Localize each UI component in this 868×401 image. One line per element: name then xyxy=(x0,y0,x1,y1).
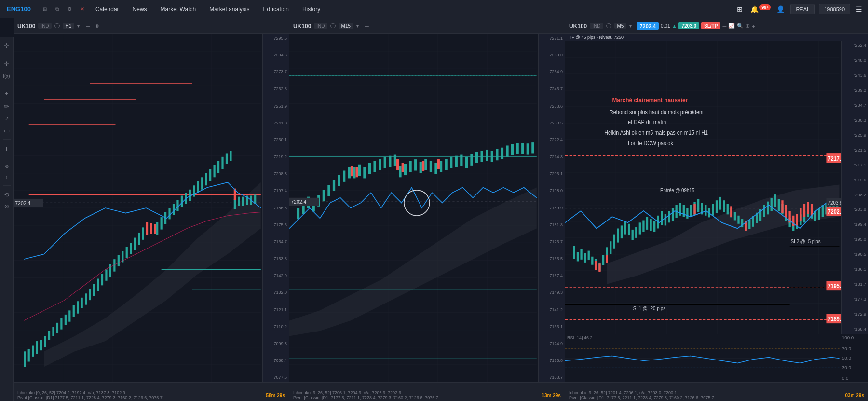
chart1-svg: 7202.4 xyxy=(14,34,289,382)
svg-rect-232 xyxy=(631,230,633,240)
svg-rect-91 xyxy=(154,224,156,234)
chart2-timeframe[interactable]: M15 xyxy=(339,23,353,29)
price-label: 7217.1 xyxy=(842,163,868,168)
svg-rect-73 xyxy=(193,185,195,196)
nav-market-watch[interactable]: Market Watch xyxy=(155,3,202,15)
chart1-info-icon[interactable]: ⓘ xyxy=(54,22,60,29)
svg-rect-291 xyxy=(606,255,608,263)
price-label: 7175.6 xyxy=(263,222,289,228)
svg-rect-75 xyxy=(201,177,203,189)
price-label: 7177.3 xyxy=(842,297,868,302)
function-icon[interactable]: f(x) xyxy=(1,72,12,80)
chart2-price-scale: 7271.1 7263.0 7254.9 7246.7 7238.6 7230.… xyxy=(538,34,565,382)
svg-rect-248 xyxy=(690,205,692,217)
svg-rect-254 xyxy=(712,204,714,215)
svg-rect-59 xyxy=(126,247,128,258)
svg-rect-260 xyxy=(734,212,736,220)
chart2-chevron[interactable]: ▾ xyxy=(356,23,359,28)
chart3-buy-button[interactable]: 7203.0 xyxy=(678,22,699,29)
layout-icon[interactable]: ⊞ xyxy=(40,5,50,13)
chart3-timeframe[interactable]: M5 xyxy=(614,23,627,29)
rect-icon[interactable]: ▭ xyxy=(1,125,12,136)
nav-news[interactable]: News xyxy=(127,3,153,15)
chart3-line-tool[interactable]: ─ xyxy=(722,23,726,29)
settings-small-icon[interactable]: ⚙ xyxy=(65,5,75,13)
price-label: 7234.7 xyxy=(842,103,868,108)
chart1-indicators: Ichimoku [9, 26, 52] 7204.9, 7192.4, n/a… xyxy=(17,390,163,400)
chart2-bottom: Ichimoku [9, 26, 52] 7206.1, 7204.9, n/a… xyxy=(289,389,565,401)
chart1-timeframe[interactable]: H1 xyxy=(63,23,75,29)
measure-icon[interactable]: ⊕ xyxy=(1,162,12,170)
chart3-zoom-out-icon[interactable]: 🔍 xyxy=(737,23,744,29)
chart3-plus-icon[interactable]: + xyxy=(752,23,755,29)
brand-logo: ENG100 xyxy=(4,3,34,14)
chart2-pivot: Pivot [Classic] [D1] 7177.5, 7211.1, 722… xyxy=(293,395,438,400)
zoom-icon[interactable]: ↕ xyxy=(1,173,12,181)
chart1-eye-icon[interactable]: 👁 xyxy=(93,22,101,30)
hamburger-icon[interactable]: ☰ xyxy=(854,3,864,15)
svg-text:0.0: 0.0 xyxy=(842,376,849,381)
svg-rect-300 xyxy=(800,208,801,221)
svg-rect-233 xyxy=(635,227,637,238)
svg-rect-299 xyxy=(796,214,798,225)
layout-grid-icon[interactable]: ⊞ xyxy=(735,3,745,15)
svg-rect-145 xyxy=(394,155,396,166)
svg-rect-175 xyxy=(396,159,399,170)
chart3-info-icon[interactable]: ⓘ xyxy=(606,22,611,29)
chart2-line-icon[interactable]: ─ xyxy=(364,22,370,30)
cursor-icon[interactable]: ⊹ xyxy=(1,41,12,51)
chart3-indicator-icon[interactable]: 📈 xyxy=(728,23,735,29)
account-mode-button[interactable]: REAL xyxy=(790,4,815,14)
price-label: 7203.8 xyxy=(842,207,868,212)
svg-rect-154 xyxy=(440,161,442,172)
person-icon[interactable]: 👤 xyxy=(774,3,787,15)
close-icon[interactable]: ✕ xyxy=(77,5,88,13)
price-label: 7099.3 xyxy=(263,341,289,346)
svg-rect-52 xyxy=(97,279,99,291)
svg-rect-38 xyxy=(40,340,42,350)
svg-rect-158 xyxy=(460,155,462,166)
trend-icon[interactable]: ↗ xyxy=(1,114,12,123)
svg-rect-153 xyxy=(434,163,437,174)
svg-rect-228 xyxy=(617,228,619,242)
chart3-chevron[interactable]: ▾ xyxy=(629,23,632,28)
nav-calendar[interactable]: Calendar xyxy=(90,3,125,15)
chart2-symbol: UK100 xyxy=(293,23,311,29)
svg-rect-247 xyxy=(686,208,688,219)
price-label: 7241.0 xyxy=(263,121,289,126)
chart3-zoom-in-icon[interactable]: ⊕ xyxy=(746,23,750,29)
bell-icon[interactable]: 🔔 xyxy=(748,3,760,15)
svg-rect-37 xyxy=(36,341,38,354)
text-icon[interactable]: T xyxy=(1,144,12,154)
chart3-arrow-icon: ▲ xyxy=(672,23,677,28)
chart2-scrollbar[interactable] xyxy=(289,382,565,389)
chart1-scrollbar[interactable] xyxy=(14,382,289,389)
nav-history[interactable]: History xyxy=(297,3,326,15)
svg-rect-167 xyxy=(506,145,508,156)
magnet-icon[interactable]: ⦿ xyxy=(1,203,12,211)
copy-icon[interactable]: ⧉ xyxy=(52,5,63,14)
chart3-sltp-button[interactable]: SL/TP xyxy=(701,22,720,29)
svg-rect-283 xyxy=(818,208,820,220)
pencil-icon[interactable]: ✏ xyxy=(1,101,12,111)
svg-rect-83 xyxy=(234,199,236,209)
chart2-info-icon[interactable]: ⓘ xyxy=(330,22,336,29)
account-balance-button[interactable]: 1988590 xyxy=(819,4,850,14)
price-label: 7168.4 xyxy=(842,327,868,332)
add-line-icon[interactable]: + xyxy=(1,88,12,98)
nav-market-analysis[interactable]: Market analysis xyxy=(203,3,255,15)
svg-text:100.0: 100.0 xyxy=(842,335,854,340)
nav-education[interactable]: Education xyxy=(258,3,295,15)
chart1-chevron[interactable]: ▾ xyxy=(77,23,80,28)
price-label: 7243.6 xyxy=(842,73,868,78)
chart1-line-icon[interactable]: ─ xyxy=(84,22,91,30)
price-label: 7133.1 xyxy=(539,324,565,330)
svg-rect-289 xyxy=(595,261,597,270)
crosshair-icon[interactable]: ✛ xyxy=(1,59,12,69)
svg-rect-296 xyxy=(785,205,787,218)
svg-rect-147 xyxy=(404,164,407,175)
svg-rect-131 xyxy=(323,190,325,201)
chart3-scrollbar[interactable] xyxy=(565,382,868,389)
undo-icon[interactable]: ⟲ xyxy=(1,190,12,200)
price-label: 7199.4 xyxy=(842,222,868,227)
